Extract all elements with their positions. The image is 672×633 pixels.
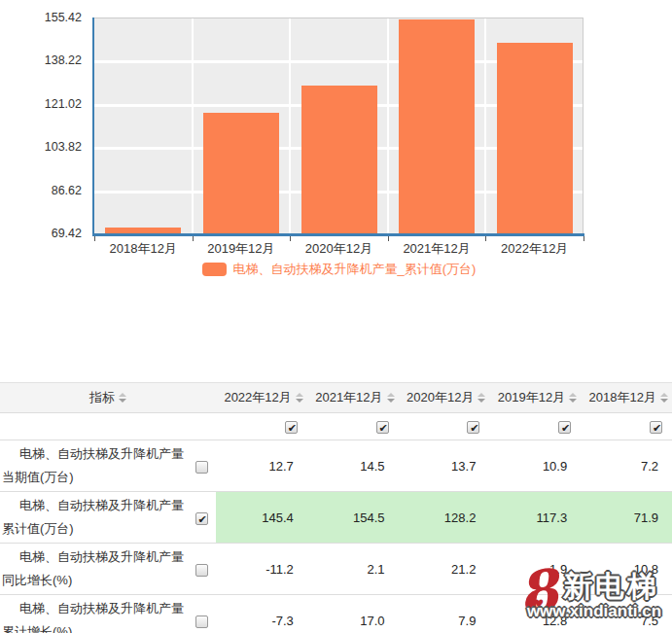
column-checkbox-2021年12月[interactable] — [376, 421, 389, 434]
x-tick-label: 2022年12月 — [485, 240, 584, 258]
column-checkbox-cell — [216, 413, 307, 440]
column-checkbox-2022年12月[interactable] — [285, 421, 298, 434]
header-year-label: 2019年12月 — [498, 390, 565, 404]
column-checkbox-2018年12月[interactable] — [650, 421, 662, 434]
row-label-line1: 电梯、自动扶梯及升降机产量 — [2, 442, 187, 466]
row-checkbox-0[interactable] — [195, 461, 208, 474]
y-tick-label: 121.02 — [0, 97, 82, 111]
bar-2021年12月[interactable] — [399, 19, 475, 233]
checkbox-row-spacer — [0, 413, 216, 440]
column-checkbox-cell — [399, 413, 490, 440]
row-label: 电梯、自动扶梯及升降机产量当期值(万台) — [0, 440, 187, 492]
value-cell: 10.9 — [489, 440, 581, 492]
row-checkbox-cell — [187, 492, 216, 544]
sort-arrows-icon — [569, 393, 577, 403]
y-tick-label: 86.62 — [0, 184, 82, 197]
x-axis-tick — [193, 236, 194, 241]
row-label-line2: 累计值(万台) — [2, 517, 187, 541]
bar-chart: 155.42138.22121.02103.8286.6269.42 2018年… — [0, 0, 672, 292]
x-axis-tick — [485, 236, 486, 241]
sort-arrows-icon — [387, 393, 395, 403]
y-tick-label: 138.22 — [0, 53, 82, 67]
row-label-line2: 当期值(万台) — [2, 466, 187, 489]
row-checkbox-3[interactable] — [195, 615, 208, 628]
value-cell: 7.5 — [581, 595, 672, 633]
value-cell: 12.7 — [216, 440, 307, 492]
value-cell: 7.2 — [581, 440, 672, 492]
header-indicator[interactable]: 指标 — [0, 383, 216, 413]
row-label-line1: 电梯、自动扶梯及升降机产量 — [2, 545, 187, 569]
column-checkbox-2019年12月[interactable] — [558, 421, 571, 434]
gridline-vertical — [484, 18, 486, 233]
x-axis-tick — [290, 236, 291, 241]
y-axis-line — [92, 18, 94, 234]
header-year-label: 2022年12月 — [224, 390, 291, 404]
gridline-vertical — [289, 18, 291, 233]
bar-2019年12月[interactable] — [203, 113, 279, 233]
legend-label: 电梯、自动扶梯及升降机产量_累计值(万台) — [233, 261, 477, 278]
x-axis-tick — [388, 236, 389, 241]
bar-2020年12月[interactable] — [301, 86, 377, 233]
row-label-line1: 电梯、自动扶梯及升降机产量 — [2, 597, 187, 620]
x-axis-tick — [94, 236, 95, 241]
value-cell: 154.5 — [307, 492, 399, 544]
header-indicator-label: 指标 — [89, 390, 115, 404]
page: 155.42138.22121.02103.8286.6269.42 2018年… — [0, 0, 672, 633]
bar-2022年12月[interactable] — [497, 43, 573, 233]
column-checkbox-cell — [489, 413, 581, 440]
row-label: 电梯、自动扶梯及升降机产量同比增长(%) — [0, 544, 187, 595]
x-axis-tick — [584, 236, 584, 241]
value-cell: 1.9 — [489, 544, 581, 595]
value-cell: -11.2 — [216, 544, 307, 595]
value-cell: -7.3 — [216, 595, 307, 633]
x-tick-label: 2019年12月 — [193, 240, 291, 258]
row-checkbox-1[interactable] — [195, 512, 208, 525]
column-checkbox-2020年12月[interactable] — [467, 421, 479, 434]
header-year-label: 2018年12月 — [589, 390, 656, 404]
value-cell: 2.1 — [307, 544, 399, 595]
value-cell: 21.2 — [399, 544, 490, 595]
row-checkbox-2[interactable] — [195, 564, 208, 577]
column-checkbox-cell — [307, 413, 399, 440]
header-2022年12月[interactable]: 2022年12月 — [216, 383, 307, 413]
row-label: 电梯、自动扶梯及升降机产量累计增长(%) — [0, 595, 187, 633]
gridline-vertical — [387, 18, 389, 233]
row-label-line2: 累计增长(%) — [2, 620, 187, 633]
table-row: 电梯、自动扶梯及升降机产量累计增长(%)-7.317.07.912.87.5 — [0, 595, 672, 633]
row-checkbox-cell — [187, 440, 216, 492]
row-label-line2: 同比增长(%) — [2, 569, 187, 592]
header-2020年12月[interactable]: 2020年12月 — [399, 383, 490, 413]
value-cell: 7.9 — [399, 595, 490, 633]
y-axis: 155.42138.22121.02103.8286.6269.42 — [0, 0, 88, 253]
value-cell: 71.9 — [581, 492, 672, 544]
header-2021年12月[interactable]: 2021年12月 — [307, 383, 399, 413]
header-year-label: 2020年12月 — [407, 390, 474, 404]
y-tick-label: 155.42 — [0, 11, 82, 24]
header-2019年12月[interactable]: 2019年12月 — [489, 383, 581, 413]
x-tick-label: 2021年12月 — [388, 240, 486, 258]
row-checkbox-cell — [187, 544, 216, 595]
y-tick-label: 69.42 — [0, 227, 82, 240]
plot-area — [94, 18, 584, 233]
value-cell: 17.0 — [307, 595, 399, 633]
row-label: 电梯、自动扶梯及升降机产量累计值(万台) — [0, 492, 187, 544]
header-2018年12月[interactable]: 2018年12月 — [581, 383, 672, 413]
table-row: 电梯、自动扶梯及升降机产量累计值(万台)145.4154.5128.2117.3… — [0, 492, 672, 544]
sort-arrows-icon — [660, 393, 668, 403]
gridline-vertical — [192, 18, 194, 233]
table-row: 电梯、自动扶梯及升降机产量当期值(万台)12.714.513.710.97.2 — [0, 440, 672, 492]
indicator-table: 指标2022年12月2021年12月2020年12月2019年12月2018年1… — [0, 382, 672, 633]
sort-arrows-icon — [119, 393, 126, 403]
x-axis-line — [92, 233, 584, 236]
legend-item[interactable]: 电梯、自动扶梯及升降机产量_累计值(万台) — [94, 259, 584, 280]
value-cell: 12.8 — [489, 595, 581, 633]
value-cell: 117.3 — [489, 492, 581, 544]
x-tick-label: 2018年12月 — [94, 240, 193, 258]
header-year-label: 2021年12月 — [315, 390, 382, 404]
value-cell: 145.4 — [216, 492, 307, 544]
sort-arrows-icon — [477, 393, 485, 403]
value-cell: 128.2 — [399, 492, 490, 544]
sort-arrows-icon — [296, 393, 303, 403]
value-cell: 14.5 — [307, 440, 399, 492]
table-row: 电梯、自动扶梯及升降机产量同比增长(%)-11.22.121.21.910.8 — [0, 544, 672, 595]
